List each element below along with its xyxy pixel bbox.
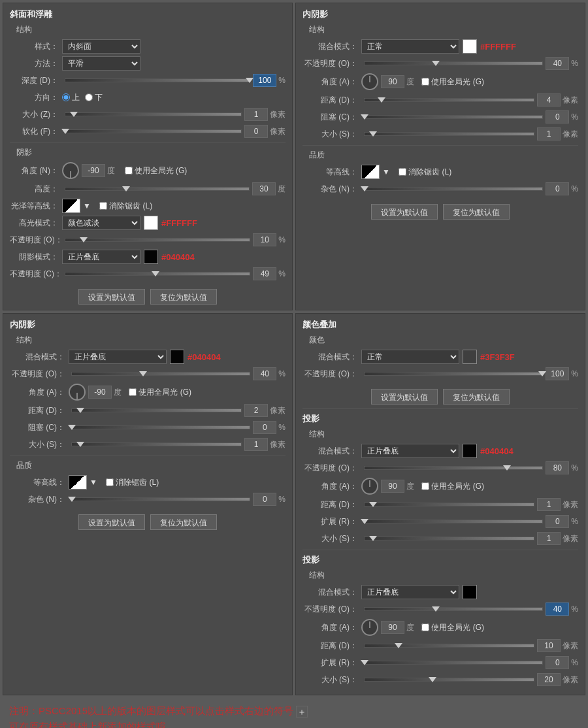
ds2-blend-color-swatch[interactable] bbox=[463, 585, 477, 599]
is-contour-preview[interactable] bbox=[361, 165, 380, 179]
highlight-opacity-slider[interactable] bbox=[62, 238, 253, 242]
soften-input[interactable] bbox=[244, 125, 268, 138]
altitude-input[interactable] bbox=[252, 182, 276, 195]
anti-alias-checkbox[interactable] bbox=[99, 202, 107, 210]
is-noise-slider[interactable] bbox=[361, 187, 546, 191]
ds1-blend-color-swatch[interactable] bbox=[463, 444, 477, 458]
is-blend-mode-select[interactable]: 正常 bbox=[361, 39, 459, 54]
is-angle-input[interactable] bbox=[381, 75, 404, 88]
isb-distance-input[interactable] bbox=[244, 404, 268, 417]
isb-angle-input[interactable] bbox=[88, 386, 112, 399]
ds2-spread-input[interactable] bbox=[546, 656, 569, 669]
dir-down-radio[interactable] bbox=[85, 93, 93, 101]
isb-size-slider[interactable] bbox=[69, 442, 244, 446]
ds2-global-light-checkbox[interactable] bbox=[421, 623, 429, 631]
isb-contour-dropdown-arrow[interactable]: ▼ bbox=[90, 478, 97, 487]
is-contour-dropdown-arrow[interactable]: ▼ bbox=[382, 167, 390, 176]
ds2-blend-mode-select[interactable]: 正片叠底 bbox=[361, 585, 459, 599]
isb-opacity-input[interactable] bbox=[253, 367, 276, 380]
ds1-size-input[interactable] bbox=[537, 532, 561, 545]
depth-slider[interactable] bbox=[62, 78, 253, 82]
ds2-angle-circle[interactable] bbox=[361, 619, 378, 636]
co-blend-mode-select[interactable]: 正常 bbox=[361, 350, 459, 364]
isb-size-input[interactable] bbox=[244, 438, 268, 451]
contour-preview[interactable] bbox=[62, 199, 80, 213]
ds1-angle-input[interactable] bbox=[381, 480, 404, 493]
is-choke-slider[interactable] bbox=[361, 115, 546, 119]
ds1-distance-slider[interactable] bbox=[361, 503, 537, 506]
ds1-opacity-input[interactable] bbox=[546, 461, 569, 474]
ds1-spread-input[interactable] bbox=[546, 515, 569, 528]
is-blend-color-swatch[interactable] bbox=[463, 39, 477, 54]
altitude-slider[interactable] bbox=[62, 187, 252, 191]
ds2-opacity-slider[interactable] bbox=[361, 607, 546, 611]
angle-circle[interactable] bbox=[62, 162, 79, 179]
is-anti-alias-checkbox[interactable] bbox=[399, 168, 406, 176]
isb-angle-circle[interactable] bbox=[69, 384, 86, 401]
dir-up-option[interactable]: 上 bbox=[62, 92, 80, 103]
co-blend-color-swatch[interactable] bbox=[463, 350, 477, 364]
ds1-distance-input[interactable] bbox=[537, 498, 561, 511]
contour-dropdown-arrow[interactable]: ▼ bbox=[83, 201, 91, 210]
shadow-mode-select[interactable]: 正片叠底 bbox=[62, 250, 140, 264]
shadow-color-swatch[interactable] bbox=[144, 250, 158, 264]
isb-contour-preview[interactable] bbox=[69, 475, 87, 489]
isb-choke-input[interactable] bbox=[253, 421, 276, 434]
isb-noise-input[interactable] bbox=[253, 493, 276, 506]
co-reset-default-btn[interactable]: 复位为默认值 bbox=[443, 389, 510, 405]
isb-opacity-slider[interactable] bbox=[69, 372, 253, 376]
isb-choke-slider[interactable] bbox=[69, 425, 253, 429]
size-input[interactable] bbox=[244, 108, 268, 121]
is-noise-input[interactable] bbox=[546, 182, 569, 195]
ds1-size-slider[interactable] bbox=[361, 537, 537, 540]
highlight-opacity-input[interactable] bbox=[253, 233, 276, 246]
is-top-reset-default-btn[interactable]: 复位为默认值 bbox=[443, 204, 510, 220]
is-size-slider[interactable] bbox=[361, 132, 537, 136]
is-distance-slider[interactable] bbox=[361, 98, 537, 102]
isb-noise-slider[interactable] bbox=[69, 497, 253, 501]
ds2-size-input[interactable] bbox=[537, 673, 561, 686]
ds2-size-slider[interactable] bbox=[361, 678, 537, 682]
ds1-opacity-slider[interactable] bbox=[361, 466, 546, 470]
style-select[interactable]: 内斜面 bbox=[62, 39, 140, 54]
ds1-blend-mode-select[interactable]: 正片叠底 bbox=[361, 444, 459, 458]
ds1-global-light-checkbox[interactable] bbox=[421, 482, 429, 490]
co-opacity-slider[interactable] bbox=[361, 372, 546, 376]
co-set-default-btn[interactable]: 设置为默认值 bbox=[371, 389, 438, 405]
soften-slider[interactable] bbox=[62, 129, 244, 133]
ds1-spread-slider[interactable] bbox=[361, 520, 546, 523]
is-opacity-input[interactable] bbox=[546, 57, 569, 70]
depth-input[interactable] bbox=[253, 74, 276, 87]
global-light-checkbox[interactable] bbox=[125, 167, 133, 174]
is-angle-circle[interactable] bbox=[361, 73, 378, 90]
dir-up-radio[interactable] bbox=[62, 93, 70, 101]
ds2-distance-slider[interactable] bbox=[361, 644, 537, 648]
isb-reset-default-btn[interactable]: 复位为默认值 bbox=[150, 514, 217, 530]
ds2-distance-input[interactable] bbox=[537, 639, 561, 652]
isb-set-default-btn[interactable]: 设置为默认值 bbox=[78, 514, 145, 530]
shadow-opacity-input[interactable] bbox=[253, 267, 276, 280]
isb-blend-color-swatch[interactable] bbox=[170, 350, 184, 364]
is-top-set-default-btn[interactable]: 设置为默认值 bbox=[371, 204, 438, 220]
size-slider[interactable] bbox=[62, 112, 244, 116]
angle-input[interactable] bbox=[82, 164, 105, 177]
isb-anti-alias-checkbox[interactable] bbox=[106, 478, 114, 486]
bevel-emboss-set-default-btn[interactable]: 设置为默认值 bbox=[78, 289, 145, 305]
highlight-mode-select[interactable]: 颜色减淡 bbox=[62, 216, 140, 230]
is-size-input[interactable] bbox=[537, 127, 561, 141]
dir-down-option[interactable]: 下 bbox=[85, 92, 103, 103]
is-choke-input[interactable] bbox=[546, 110, 569, 124]
isb-global-light-checkbox[interactable] bbox=[129, 388, 137, 396]
isb-distance-slider[interactable] bbox=[69, 408, 244, 412]
is-opacity-slider[interactable] bbox=[361, 61, 546, 65]
method-select[interactable]: 平滑 bbox=[62, 56, 140, 71]
bevel-emboss-reset-default-btn[interactable]: 复位为默认值 bbox=[150, 289, 217, 305]
co-opacity-input[interactable] bbox=[546, 367, 569, 380]
is-global-light-checkbox[interactable] bbox=[421, 78, 429, 86]
isb-blend-mode-select[interactable]: 正片叠底 bbox=[69, 350, 167, 364]
ds2-angle-input[interactable] bbox=[381, 621, 404, 634]
highlight-color-swatch[interactable] bbox=[144, 216, 158, 230]
ds2-spread-slider[interactable] bbox=[361, 661, 546, 665]
ds1-angle-circle[interactable] bbox=[361, 478, 378, 495]
ds2-opacity-input[interactable] bbox=[546, 603, 569, 616]
